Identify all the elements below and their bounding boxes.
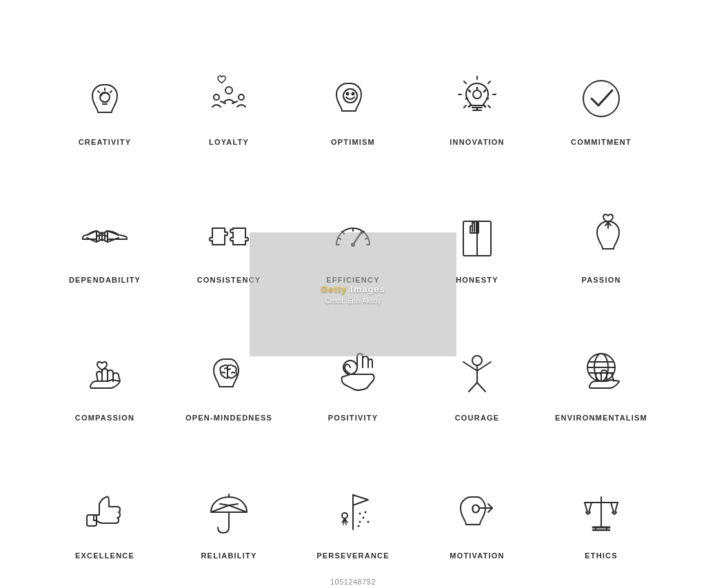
icon-item-compassion: COMPASSION	[43, 298, 167, 429]
dependability-icon	[74, 205, 136, 267]
perseverance-label: PERSEVERANCE	[316, 551, 389, 560]
svg-line-58	[229, 505, 247, 512]
commitment-icon	[570, 68, 632, 130]
svg-line-45	[477, 362, 491, 371]
ethics-icon	[570, 481, 632, 543]
commitment-label: COMMITMENT	[571, 138, 632, 146]
environmentalism-icon	[570, 343, 632, 405]
svg-point-63	[363, 516, 365, 518]
open-mindedness-label: OPEN-MINDEDNESS	[185, 414, 272, 422]
icon-item-motivation: MOTIVATION	[415, 436, 539, 567]
motivation-icon	[446, 481, 508, 543]
icon-item-ethics: ETHICS	[539, 436, 663, 567]
honesty-label: HONESTY	[456, 276, 498, 284]
svg-point-62	[359, 512, 361, 514]
svg-line-5	[98, 91, 99, 92]
icon-item-innovation: INNOVATION	[415, 22, 539, 153]
innovation-label: INNOVATION	[450, 138, 504, 146]
passion-label: PASSION	[581, 276, 621, 284]
compassion-label: COMPASSION	[75, 414, 134, 422]
loyalty-icon	[198, 68, 260, 130]
motivation-label: MOTIVATION	[450, 551, 504, 560]
environmentalism-label: ENVIRONMENTALISM	[555, 414, 647, 422]
svg-line-44	[463, 362, 477, 371]
svg-point-7	[214, 94, 219, 100]
perseverance-icon	[322, 481, 384, 543]
innovation-icon	[446, 68, 508, 130]
icon-item-loyalty: LOYALTY	[167, 22, 291, 153]
positivity-label: POSITIVITY	[328, 414, 379, 422]
courage-label: COURAGE	[455, 414, 500, 422]
svg-point-24	[583, 81, 619, 116]
svg-line-75	[585, 503, 587, 512]
svg-line-59	[229, 504, 238, 505]
icon-item-dependability: DEPENDABILITY	[43, 160, 167, 291]
svg-point-6	[225, 87, 232, 94]
icon-item-optimism: OPTIMISM	[291, 22, 415, 153]
svg-line-47	[477, 383, 485, 392]
svg-line-21	[464, 81, 466, 83]
icon-item-passion: PASSION	[539, 160, 663, 291]
svg-line-4	[110, 91, 112, 92]
svg-point-61	[342, 513, 347, 518]
optimism-icon	[322, 68, 384, 130]
icon-grid: CREATIVITY LOYALTY	[43, 22, 663, 567]
svg-line-23	[464, 105, 466, 108]
creativity-label: CREATIVITY	[79, 138, 132, 146]
svg-line-57	[220, 504, 229, 505]
svg-line-76	[589, 503, 592, 512]
icon-item-commitment: COMMITMENT	[539, 22, 663, 153]
svg-point-65	[365, 511, 367, 513]
icon-item-environmentalism: ENVIRONMENTALISM	[539, 298, 663, 429]
svg-point-13	[352, 92, 354, 94]
icon-item-excellence: EXCELLENCE	[43, 436, 167, 567]
svg-line-18	[488, 81, 490, 83]
ethics-label: ETHICS	[585, 551, 618, 560]
dependability-label: DEPENDABILITY	[69, 276, 141, 284]
loyalty-label: LOYALTY	[209, 138, 249, 146]
watermark-credit: Credit: Enis Aksoy	[325, 297, 381, 305]
icon-item-perseverance: PERSEVERANCE	[291, 436, 415, 567]
svg-point-16	[473, 90, 481, 99]
svg-point-66	[367, 520, 370, 523]
compassion-icon	[74, 343, 136, 405]
svg-point-12	[347, 92, 349, 94]
svg-line-77	[611, 503, 614, 512]
svg-line-20	[488, 105, 490, 108]
svg-point-0	[100, 92, 110, 102]
svg-point-8	[239, 94, 244, 100]
svg-line-78	[615, 503, 618, 512]
svg-point-64	[359, 520, 361, 523]
reliability-label: RELIABILITY	[201, 551, 256, 560]
optimism-label: OPTIMISM	[331, 138, 375, 146]
image-id: 1051248752	[330, 578, 376, 586]
icon-item-creativity: CREATIVITY	[43, 22, 167, 153]
passion-icon	[570, 205, 632, 267]
reliability-icon	[198, 481, 260, 543]
watermark: Getty Images Credit: Enis Aksoy	[250, 232, 456, 356]
creativity-icon	[74, 68, 136, 130]
svg-line-56	[211, 505, 229, 512]
svg-line-46	[469, 383, 477, 392]
svg-point-67	[358, 525, 360, 527]
excellence-label: EXCELLENCE	[75, 551, 134, 560]
svg-point-42	[472, 356, 482, 365]
svg-point-11	[343, 89, 357, 103]
excellence-icon	[74, 481, 136, 543]
watermark-brand: Getty Images	[321, 284, 385, 294]
icon-item-reliability: RELIABILITY	[167, 436, 291, 567]
